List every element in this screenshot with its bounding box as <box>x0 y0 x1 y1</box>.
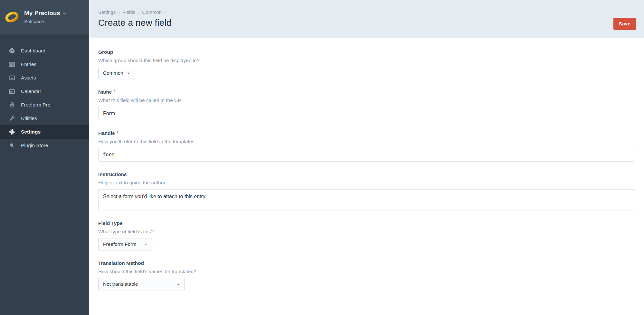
breadcrumb-separator: › <box>118 9 120 15</box>
field-instructions: Which group should this field be display… <box>98 57 635 63</box>
group-select[interactable]: Common <box>98 67 135 79</box>
plug-icon <box>8 142 15 149</box>
image-icon <box>8 74 15 81</box>
chevron-down-icon <box>176 283 180 286</box>
name-input[interactable] <box>98 107 635 120</box>
field-type-field: Field Type What type of field is this? F… <box>98 220 635 250</box>
breadcrumb-separator: › <box>164 9 166 15</box>
sidebar-item-entries[interactable]: Entries <box>0 58 89 71</box>
field-label: Field Type <box>98 220 123 226</box>
field-type-select-value: Freeform Form <box>103 241 136 247</box>
required-marker: * <box>117 130 118 135</box>
field-label: Handle <box>98 130 115 136</box>
field-form: Group Which group should this field be d… <box>89 38 644 300</box>
sidebar-item-freeform-pro[interactable]: Freeform Pro <box>0 98 89 112</box>
sidebar-item-label: Dashboard <box>21 48 45 54</box>
breadcrumb-fields[interactable]: Fields <box>122 9 135 15</box>
sidebar-item-label: Utilities <box>21 116 37 121</box>
chevron-down-icon <box>144 243 147 246</box>
sidebar-nav: Dashboard Entries <box>0 44 89 152</box>
page-header: Settings›Fields›Common› Create a new fie… <box>89 0 644 38</box>
sidebar-item-dashboard[interactable]: Dashboard <box>0 44 89 58</box>
newspaper-icon <box>8 61 15 68</box>
required-marker: * <box>114 89 115 94</box>
sidebar-item-plugin-store[interactable]: Plugin Store <box>0 139 89 152</box>
field-instructions: Helper text to guide the author. <box>98 180 635 186</box>
gauge-icon <box>8 47 15 54</box>
sidebar-item-label: Entries <box>21 61 36 67</box>
page-title: Create a new field <box>98 18 635 28</box>
sidebar-item-label: Assets <box>21 75 36 81</box>
app-window: My Precious Solspace Da <box>0 0 644 315</box>
field-type-select[interactable]: Freeform Form <box>98 238 152 250</box>
breadcrumb: Settings›Fields›Common› <box>98 9 635 15</box>
field-instructions: How should this field’s values be transl… <box>98 268 635 274</box>
site-logo-ring-icon <box>5 10 19 26</box>
main-area: Settings›Fields›Common› Create a new fie… <box>89 0 644 315</box>
wrench-icon <box>8 115 15 122</box>
field-instructions: How you’ll refer to this field in the te… <box>98 138 635 144</box>
instructions-textarea[interactable]: Select a form you'd like to attach to th… <box>98 189 635 210</box>
site-name: My Precious <box>24 10 60 17</box>
chevron-down-icon <box>62 11 67 15</box>
breadcrumb-settings[interactable]: Settings <box>98 9 116 15</box>
sidebar-item-utilities[interactable]: Utilities <box>0 112 89 125</box>
instructions-field: Instructions Helper text to guide the au… <box>98 171 635 210</box>
sidebar-item-label: Calendar <box>21 88 41 94</box>
sidebar-item-label: Plugin Store <box>21 143 48 148</box>
save-button[interactable]: Save <box>613 18 636 30</box>
translation-method-select[interactable]: Not translatable <box>98 278 185 290</box>
breadcrumb-common[interactable]: Common <box>142 9 162 15</box>
sidebar-item-label: Settings <box>21 129 41 135</box>
sidebar-item-calendar[interactable]: Calendar <box>0 85 89 98</box>
sidebar-item-settings[interactable]: Settings <box>0 125 89 139</box>
breadcrumb-separator: › <box>138 9 139 15</box>
handle-input[interactable] <box>98 148 635 162</box>
field-instructions: What type of field is this? <box>98 228 635 235</box>
chevron-down-icon <box>127 71 130 75</box>
field-label: Group <box>98 49 113 55</box>
sidebar: My Precious Solspace Da <box>0 0 89 315</box>
translation-method-field: Translation Method How should this field… <box>98 260 635 290</box>
field-instructions: What this field will be called in the CP… <box>98 97 635 103</box>
calendar-icon <box>8 88 15 95</box>
gear-icon <box>8 128 15 135</box>
sidebar-item-label: Freeform Pro <box>21 102 50 108</box>
bottom-divider <box>98 300 635 300</box>
group-field: Group Which group should this field be d… <box>98 49 635 79</box>
site-switcher[interactable]: My Precious Solspace <box>0 0 89 34</box>
field-label: Instructions <box>98 171 127 177</box>
form-icon <box>8 101 15 108</box>
field-label: Name <box>98 89 112 95</box>
site-subtitle: Solspace <box>24 19 67 24</box>
handle-field: Handle * How you’ll refer to this field … <box>98 130 635 162</box>
translation-method-select-value: Not translatable <box>103 281 138 287</box>
field-label: Translation Method <box>98 260 144 266</box>
group-select-value: Common <box>103 70 123 76</box>
sidebar-item-assets[interactable]: Assets <box>0 71 89 85</box>
name-field: Name * What this field will be called in… <box>98 89 635 120</box>
